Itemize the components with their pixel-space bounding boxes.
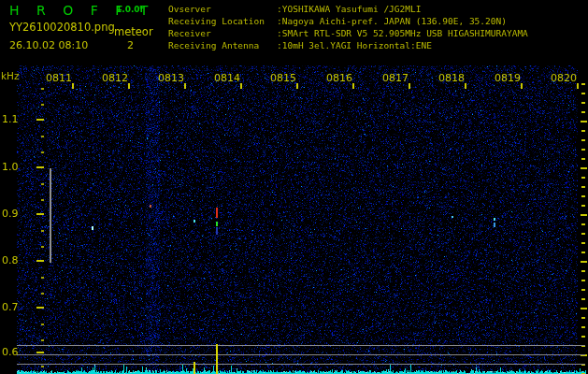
right-minor-tick (581, 158, 585, 160)
time-tick-label: 0815 (253, 72, 296, 84)
meteor-echo-segment (216, 208, 218, 218)
info-row: Ovserver:YOSHIKAWA Yasufumi /JG2MLI (168, 3, 528, 15)
freq-minor-tick (41, 183, 44, 185)
info-row-label: Receiving Antenna (168, 39, 277, 51)
freq-minor-tick (41, 366, 44, 367)
threshold-line (17, 345, 585, 346)
freq-major-tick (36, 260, 44, 262)
time-tick (465, 83, 466, 89)
time-tick-label: 0811 (29, 72, 72, 84)
meteor-echo-segment (150, 205, 151, 208)
freq-minor-tick (41, 324, 44, 325)
meteor-echo-segment (494, 223, 495, 227)
info-row-label: Receiving Location (168, 15, 277, 27)
right-minor-tick (581, 102, 585, 104)
freq-major-tick (36, 213, 44, 215)
right-minor-tick (581, 252, 585, 253)
time-tick-label: 0820 (534, 72, 577, 84)
freq-tick-label: 1.1 (2, 113, 36, 125)
freq-minor-tick (41, 293, 44, 295)
info-row-value: :Nagoya Aichi-pref. JAPAN (136.90E, 35.2… (277, 16, 507, 26)
right-minor-tick (581, 289, 585, 291)
right-minor-tick (581, 317, 585, 319)
right-major-tick (581, 261, 587, 263)
right-minor-tick (581, 270, 585, 272)
meteor-echo-segment (92, 226, 93, 230)
meteor-echo-segment (194, 220, 195, 223)
freq-major-tick (36, 166, 44, 168)
output-filename: YY2610020810.png (9, 21, 115, 34)
right-minor-tick (581, 186, 585, 188)
info-row: Receiver:SMArt RTL-SDR V5 52.905MHz USB … (168, 27, 528, 39)
observation-datetime: 26.10.02 08:10 (9, 39, 88, 51)
time-tick-label: 0812 (85, 72, 128, 84)
station-info-block: Ovserver:YOSHIKAWA Yasufumi /JG2MLIRecei… (168, 3, 528, 51)
time-tick (72, 83, 74, 89)
right-minor-tick (581, 83, 585, 85)
freq-tick-label: 0.6 (2, 346, 36, 358)
frequency-unit-label: kHz (1, 70, 20, 81)
right-minor-tick (581, 93, 585, 94)
app-version: 1.0.0f (116, 5, 144, 14)
info-row-label: Receiver (168, 27, 277, 39)
freq-tick-label: 0.9 (2, 208, 36, 220)
right-major-tick (581, 167, 587, 169)
right-minor-tick (581, 130, 585, 132)
meteor-echo-segment (216, 222, 218, 226)
time-tick (521, 83, 523, 89)
right-minor-tick (581, 242, 585, 244)
freq-minor-tick (41, 88, 44, 90)
right-major-tick (581, 121, 587, 122)
info-row-value: :YOSHIKAWA Yasufumi /JG2MLI (277, 4, 421, 14)
info-row-value: :10mH 3el.YAGI Horizontal:ENE (277, 40, 432, 50)
time-tick-label: 0816 (309, 72, 352, 84)
time-tick (409, 83, 410, 89)
spectrogram-canvas (0, 0, 588, 374)
info-row-label: Ovserver (168, 3, 277, 15)
freq-tick-label: 0.8 (2, 254, 36, 266)
time-tick-label: 0819 (478, 72, 521, 84)
info-row: Receiving Antenna:10mH 3el.YAGI Horizont… (168, 39, 528, 51)
right-minor-tick (581, 326, 585, 328)
time-tick-label: 0813 (141, 72, 184, 84)
freq-major-tick (36, 307, 44, 309)
right-minor-tick (581, 298, 585, 300)
right-minor-tick (581, 139, 585, 141)
freq-tick-label: 0.7 (2, 301, 36, 313)
freq-minor-tick (41, 136, 44, 137)
threshold-line (17, 354, 585, 355)
meteor-echo-segment (216, 227, 218, 235)
mode-label: meteor (114, 25, 153, 38)
freq-minor-tick (41, 277, 44, 279)
freq-major-tick (36, 119, 44, 121)
right-minor-tick (581, 177, 585, 179)
calibration-bar (50, 168, 51, 263)
freq-tick-label: 1.0 (2, 161, 36, 173)
freq-minor-tick (41, 199, 44, 201)
meteor-marker (216, 344, 218, 374)
right-major-tick (581, 308, 587, 309)
time-tick (577, 83, 579, 89)
right-minor-tick (581, 205, 585, 207)
freq-minor-tick (41, 230, 44, 232)
meteor-echo-segment (452, 216, 453, 218)
freq-minor-tick (41, 104, 44, 106)
right-minor-tick (581, 280, 585, 281)
time-tick-label: 0817 (366, 72, 409, 84)
right-minor-tick (581, 336, 585, 338)
hrofft-output-screen: H R O F F T 1.0.0f YY2610020810.png mete… (0, 0, 588, 374)
time-tick (184, 83, 186, 89)
threshold-line (17, 364, 585, 365)
right-major-tick (581, 214, 587, 216)
right-minor-tick (581, 195, 585, 197)
freq-minor-tick (41, 339, 44, 341)
time-tick (296, 83, 298, 89)
meteor-marker (194, 362, 195, 374)
time-tick (240, 83, 242, 89)
time-tick (352, 83, 354, 89)
meteor-count: 2 (127, 39, 134, 51)
time-tick (128, 83, 130, 89)
meteor-echo-segment (494, 218, 495, 221)
freq-minor-tick (41, 246, 44, 248)
right-minor-tick (581, 111, 585, 113)
